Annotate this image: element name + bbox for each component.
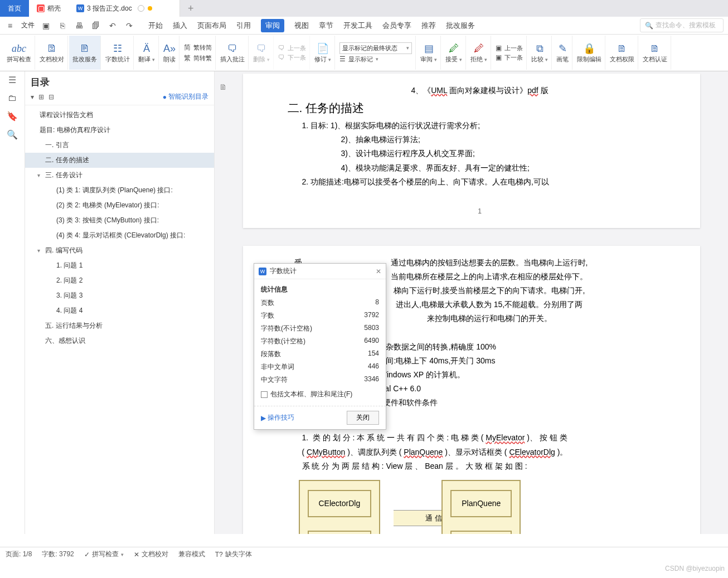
ribbon-review-service[interactable]: 🖹批改服务 bbox=[69, 36, 101, 70]
menu-review[interactable]: 审阅 bbox=[261, 19, 284, 32]
convert-icon: 简 bbox=[184, 43, 191, 52]
ribbon-compare[interactable]: ⧉比较 ▾ bbox=[528, 36, 552, 70]
tab-add[interactable]: + bbox=[180, 0, 202, 17]
status-missing-font[interactable]: T?缺失字体 bbox=[215, 550, 252, 559]
saveas-icon[interactable]: ⎘ bbox=[57, 20, 68, 31]
redo-icon[interactable]: ↷ bbox=[124, 20, 135, 31]
ribbon-doccheck[interactable]: 🖺文档校对 bbox=[36, 36, 68, 70]
outline-smart-detect[interactable]: ●智能识别目录 bbox=[163, 92, 208, 101]
status-page[interactable]: 页面: 1/8 bbox=[6, 550, 32, 559]
menu-correction[interactable]: 批改服务 bbox=[446, 21, 475, 31]
outline-item[interactable]: 五. 运行结果与分析 bbox=[25, 318, 214, 333]
menu-devtools[interactable]: 开发工具 bbox=[343, 21, 372, 31]
print-icon[interactable]: 🖶 bbox=[74, 20, 85, 31]
outline-item[interactable]: 2. 问题 2 bbox=[25, 273, 214, 288]
ribbon-revise[interactable]: 📄修订 ▾ bbox=[311, 36, 335, 70]
ribbon-delete[interactable]: 🗨删除 ▾ bbox=[250, 36, 274, 70]
review-icon: 🖹 bbox=[80, 42, 90, 55]
menu-recommend[interactable]: 推荐 bbox=[421, 21, 436, 31]
revise-icon: 📄 bbox=[317, 42, 329, 55]
print-preview-icon[interactable]: 🗐 bbox=[90, 20, 101, 31]
outline-expand-icon[interactable]: ⊞ bbox=[38, 93, 44, 101]
ribbon-read[interactable]: A»朗读 bbox=[160, 36, 179, 70]
outline-item[interactable]: ▾三. 任务设计 bbox=[25, 168, 214, 183]
ribbon-wordcount[interactable]: ☷字数统计 bbox=[102, 36, 134, 70]
menu-file[interactable]: 文件 bbox=[21, 21, 35, 30]
ribbon-show-markup[interactable]: ☰显示标记 ▾ bbox=[339, 55, 412, 64]
status-words[interactable]: 字数: 3792 bbox=[42, 550, 74, 559]
undo-icon[interactable]: ↶ bbox=[107, 20, 118, 31]
ribbon-spellcheck[interactable]: abc拼写检查 bbox=[3, 36, 35, 70]
tab-loading-icon bbox=[138, 5, 144, 12]
hamburger-icon[interactable]: ≡ bbox=[4, 20, 16, 31]
next-icon: 🗨 bbox=[278, 54, 285, 61]
outline-item[interactable]: 一. 引言 bbox=[25, 138, 214, 153]
outline-collapse-all-icon[interactable]: ⊟ bbox=[48, 93, 54, 101]
wordcount-dialog: W 字数统计 ✕ 统计信息 页数8字数3792字符数(不计空格)5803字符数(… bbox=[254, 263, 386, 430]
lock-icon: 🔒 bbox=[583, 42, 595, 55]
outline-item[interactable]: 1. 问题 1 bbox=[25, 258, 214, 273]
side-search-icon[interactable]: 🔍 bbox=[7, 129, 18, 140]
outline-item[interactable]: 课程设计报告文档 bbox=[25, 108, 214, 123]
status-compat[interactable]: 兼容模式 bbox=[178, 550, 205, 559]
ribbon-prev-change[interactable]: ▣上一条 bbox=[496, 44, 523, 52]
ribbon-restrict[interactable]: 🔒限制编辑 bbox=[574, 36, 605, 70]
save-icon[interactable]: ▣ bbox=[40, 20, 51, 31]
prev-icon: 🗨 bbox=[278, 44, 285, 52]
ribbon-reject[interactable]: 🖉拒绝 ▾ bbox=[467, 36, 491, 70]
outline-item[interactable]: (4) 类 4: 显示对话框类 (CElevatorDlg) 接口: bbox=[25, 228, 214, 243]
ribbon-prev-comment[interactable]: 🗨上一条 bbox=[278, 44, 306, 52]
close-icon[interactable]: ✕ bbox=[376, 268, 381, 275]
side-outline-icon[interactable]: ☰ bbox=[8, 75, 16, 85]
stat-row: 字符数(不计空格)5803 bbox=[261, 322, 379, 335]
ribbon-trad2simp[interactable]: 简繁转简 bbox=[184, 43, 212, 52]
ribbon-pen[interactable]: ✎画笔 bbox=[553, 36, 572, 70]
ribbon-track-select[interactable]: 显示标记的最终状态▾ bbox=[339, 42, 412, 54]
tab-docer[interactable]: 稻壳 bbox=[29, 0, 69, 17]
side-bookmark-icon[interactable]: 🔖 bbox=[7, 111, 18, 122]
stat-row: 非中文单词446 bbox=[261, 361, 379, 373]
stat-row: 字符数(计空格)6490 bbox=[261, 335, 379, 348]
page-margin-icon[interactable]: 🗎 bbox=[219, 82, 227, 91]
ribbon-next-comment[interactable]: 🗨下一条 bbox=[278, 54, 306, 62]
outline-item[interactable]: 3. 问题 3 bbox=[25, 288, 214, 303]
outline-collapse-icon[interactable]: ▾ bbox=[31, 93, 34, 101]
outline-item[interactable]: 二. 任务的描述 bbox=[25, 153, 214, 168]
ribbon-review-pane[interactable]: ▤审阅 ▾ bbox=[417, 36, 441, 70]
outline-item[interactable]: ▾四. 编写代码 bbox=[25, 243, 214, 258]
convert-icon: 繁 bbox=[184, 54, 191, 63]
menu-layout[interactable]: 页面布局 bbox=[197, 21, 226, 31]
word-icon: W bbox=[259, 268, 266, 275]
ribbon-simp2trad[interactable]: 繁简转繁 bbox=[184, 54, 212, 63]
outline-item[interactable]: 4. 问题 4 bbox=[25, 303, 214, 318]
word-icon: W bbox=[76, 4, 84, 12]
outline-item[interactable]: (2) 类 2: 电梯类 (MyElevator) 接口: bbox=[25, 198, 214, 213]
ribbon-docperm[interactable]: 🗎文档权限 bbox=[606, 36, 638, 70]
command-search[interactable]: 🔍 查找命令、搜索模板 bbox=[640, 18, 724, 32]
outline-item[interactable]: (3) 类 3: 按钮类 (CMyButton) 接口: bbox=[25, 213, 214, 228]
ribbon-docauth[interactable]: 🗎文档认证 bbox=[639, 36, 671, 70]
menu-start[interactable]: 开始 bbox=[148, 21, 163, 31]
tab-home[interactable]: 首页 bbox=[0, 0, 29, 17]
tab-document[interactable]: W 3 报告正文.doc bbox=[69, 0, 180, 17]
ribbon-insert-comment[interactable]: 🗨插入批注 bbox=[217, 36, 249, 70]
checkbox-icon bbox=[261, 391, 268, 398]
status-spell[interactable]: ✓拼写检查 ▾ bbox=[84, 550, 124, 559]
menu-chapter[interactable]: 章节 bbox=[319, 21, 333, 31]
ribbon-accept[interactable]: 🖉接受 ▾ bbox=[442, 36, 466, 70]
menu-member[interactable]: 会员专享 bbox=[382, 21, 411, 31]
menu-view[interactable]: 视图 bbox=[294, 21, 309, 31]
outline-item[interactable]: (1) 类 1: 调度队列类 (PlanQuene) 接口: bbox=[25, 183, 214, 198]
outline-item[interactable]: 题目: 电梯仿真程序设计 bbox=[25, 123, 214, 138]
menu-reference[interactable]: 引用 bbox=[236, 21, 251, 31]
status-proof[interactable]: ✕文档校对 bbox=[134, 550, 168, 559]
side-nav-icon[interactable]: 🗀 bbox=[8, 93, 17, 103]
ribbon-next-change[interactable]: ▣下一条 bbox=[496, 54, 523, 62]
accept-icon: 🖉 bbox=[449, 42, 459, 55]
outline-item[interactable]: 六、感想认识 bbox=[25, 333, 214, 348]
close-button[interactable]: 关闭 bbox=[347, 411, 379, 425]
menu-insert[interactable]: 插入 bbox=[173, 21, 187, 31]
include-textbox-checkbox[interactable]: 包括文本框、脚注和尾注(F) bbox=[261, 390, 379, 399]
ribbon-translate[interactable]: Ä翻译 ▾ bbox=[135, 36, 159, 70]
dialog-tip[interactable]: ▶操作技巧 bbox=[261, 413, 294, 422]
